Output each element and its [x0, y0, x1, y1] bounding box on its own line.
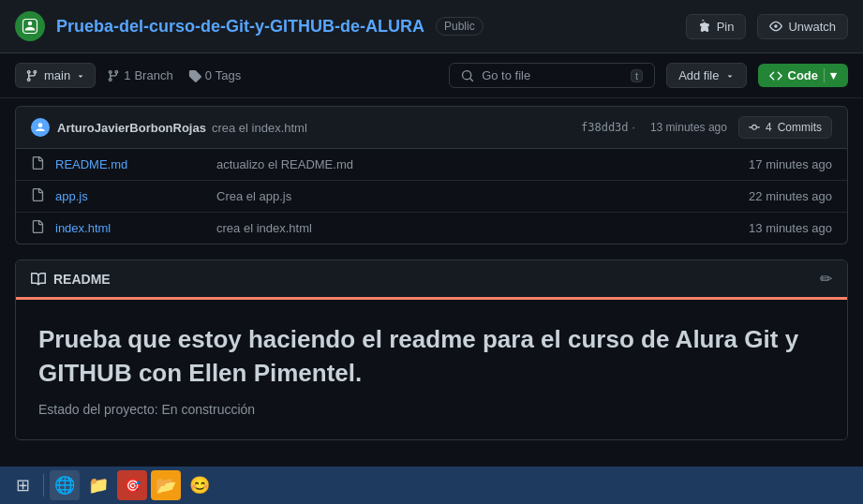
taskbar-windows-button[interactable]: ⊞ [7, 470, 37, 500]
readme-section: README ✏ Prueba que estoy haciendo el re… [15, 259, 848, 440]
tags-label: Tags [216, 68, 241, 82]
repo-header: Prueba-del-curso-de-Git-y-GITHUB-de-ALUR… [0, 0, 863, 53]
taskbar-app1[interactable]: 🎯 [117, 470, 147, 500]
file-row[interactable]: README.md actualizo el README.md 17 minu… [16, 149, 847, 181]
author-avatar [31, 118, 50, 137]
file-table: README.md actualizo el README.md 17 minu… [15, 149, 848, 245]
branch-selector[interactable]: main [15, 63, 96, 88]
branches-link[interactable]: 1 Branch [107, 68, 172, 82]
repo-toolbar: main 1 Branch 0 Tags Go to file t Add fi… [0, 53, 863, 98]
commits-label: Commits [778, 121, 822, 134]
code-button[interactable]: Code ▾ [758, 64, 849, 87]
repo-title[interactable]: Prueba-del-curso-de-Git-y-GITHUB-de-ALUR… [56, 17, 424, 37]
file-icon [31, 188, 44, 204]
pin-label: Pin [717, 20, 735, 34]
commits-count: 4 [766, 121, 772, 134]
taskbar-browser[interactable]: 🌐 [50, 470, 80, 500]
repo-logo [15, 11, 45, 41]
file-name[interactable]: index.html [55, 221, 205, 235]
file-name[interactable]: README.md [55, 157, 205, 171]
readme-body: Prueba que estoy haciendo el readme para… [16, 300, 847, 439]
code-dropdown-arrow: ▾ [824, 68, 837, 82]
taskbar-folder[interactable]: 📂 [151, 470, 181, 500]
search-placeholder: Go to file [482, 68, 530, 82]
code-label: Code [788, 68, 819, 82]
add-file-button[interactable]: Add file [666, 63, 746, 88]
taskbar-app2[interactable]: 😊 [185, 470, 215, 500]
svg-point-0 [28, 22, 33, 26]
unwatch-button[interactable]: Unwatch [757, 14, 848, 39]
branch-name: main [44, 68, 70, 82]
unwatch-label: Unwatch [788, 20, 836, 34]
go-to-file-search[interactable]: Go to file t [449, 63, 655, 88]
taskbar-separator [43, 474, 44, 497]
commit-time: 13 minutes ago [650, 121, 727, 134]
file-time: 22 minutes ago [749, 189, 832, 203]
readme-edit-button[interactable]: ✏ [820, 270, 832, 288]
readme-header: README ✏ [16, 260, 847, 300]
add-file-label: Add file [678, 68, 719, 82]
branches-count: 1 [124, 68, 130, 82]
commit-message: crea el index.html [212, 121, 307, 135]
taskbar-files[interactable]: 📁 [83, 470, 113, 500]
branches-label: Branch [134, 68, 172, 82]
file-commit: Crea el app.js [216, 189, 737, 203]
readme-heading: Prueba que estoy haciendo el readme para… [38, 322, 825, 391]
file-row[interactable]: app.js Crea el app.js 22 minutes ago [16, 181, 847, 213]
repo-meta: 1 Branch 0 Tags [107, 68, 241, 82]
tags-link[interactable]: 0 Tags [188, 68, 242, 82]
file-icon [31, 156, 44, 172]
pin-button[interactable]: Pin [686, 14, 747, 39]
readme-subtext: Estado del proyecto: En construcción [38, 402, 825, 417]
file-commit: actualizo el README.md [216, 157, 737, 171]
commits-button[interactable]: 4 Commits [738, 116, 832, 139]
file-commit: crea el index.html [216, 221, 737, 235]
taskbar: ⊞ 🌐 📁 🎯 📂 😊 [0, 467, 863, 504]
file-name[interactable]: app.js [55, 189, 205, 203]
book-icon [31, 272, 46, 287]
file-time: 17 minutes ago [749, 157, 832, 171]
search-kbd: t [631, 69, 643, 82]
file-icon [31, 220, 44, 236]
file-row[interactable]: index.html crea el index.html 13 minutes… [16, 213, 847, 244]
visibility-badge: Public [436, 17, 484, 36]
svg-point-2 [38, 123, 43, 127]
readme-title: README [53, 272, 111, 287]
commit-strip: ArturoJavierBorbonRojas crea el index.ht… [15, 106, 848, 149]
commit-author[interactable]: ArturoJavierBorbonRojas [57, 121, 206, 135]
file-time: 13 minutes ago [749, 221, 832, 235]
commit-hash[interactable]: f38dd3d [581, 121, 629, 134]
tags-count: 0 [205, 68, 212, 82]
